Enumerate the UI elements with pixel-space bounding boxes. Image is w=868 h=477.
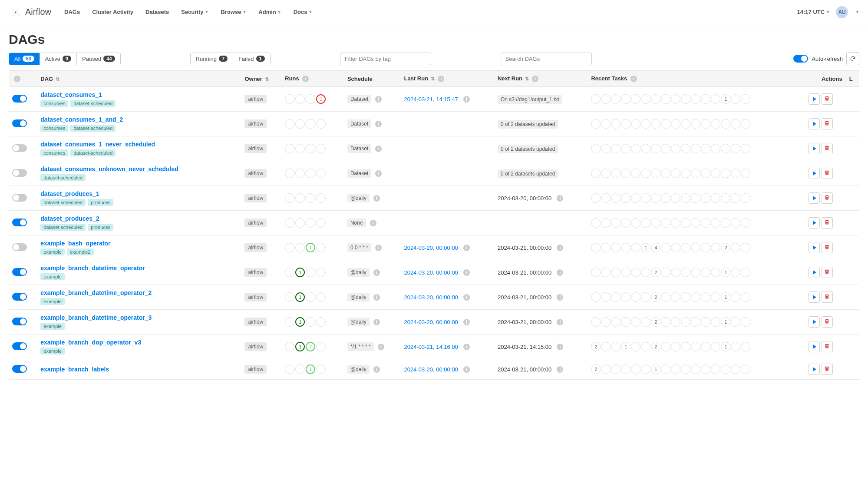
dag-toggle[interactable] (12, 342, 27, 350)
run-circle[interactable] (316, 144, 326, 153)
task-circle[interactable] (611, 193, 620, 203)
task-circle[interactable] (731, 193, 740, 203)
task-circle[interactable]: 2 (651, 342, 660, 351)
auto-refresh-toggle[interactable] (793, 55, 808, 63)
task-circle[interactable]: 4 (651, 243, 660, 252)
owner-badge[interactable]: airflow (244, 293, 267, 301)
task-circle[interactable] (681, 193, 690, 203)
run-circle[interactable] (295, 218, 305, 228)
dag-toggle[interactable] (12, 119, 27, 127)
tag[interactable]: example (40, 273, 65, 280)
task-circle[interactable] (691, 119, 700, 129)
delete-button[interactable] (822, 242, 833, 253)
run-circle[interactable] (295, 169, 305, 178)
task-circle[interactable] (641, 364, 650, 374)
trigger-button[interactable] (809, 341, 820, 352)
task-circle[interactable] (611, 243, 620, 252)
run-circle[interactable] (306, 218, 315, 228)
run-circle[interactable] (295, 119, 305, 129)
task-circle[interactable] (591, 144, 601, 153)
task-circle[interactable] (741, 268, 750, 277)
task-circle[interactable] (671, 364, 680, 374)
trigger-button[interactable] (809, 267, 820, 278)
dag-name-link[interactable]: example_branch_dop_operator_v3 (40, 339, 141, 346)
dag-name-link[interactable]: example_branch_datetime_operator (40, 265, 145, 272)
task-circle[interactable] (701, 169, 710, 178)
last-run-link[interactable]: 2024-03-20, 00:00:00 (404, 366, 458, 373)
task-circle[interactable] (601, 364, 611, 374)
delete-button[interactable] (822, 292, 833, 303)
task-circle[interactable] (711, 119, 720, 129)
task-circle[interactable] (601, 144, 611, 153)
task-circle[interactable] (591, 268, 601, 277)
task-circle[interactable] (681, 144, 690, 153)
owner-badge[interactable]: airflow (244, 365, 267, 374)
task-circle[interactable] (621, 144, 630, 153)
task-circle[interactable] (621, 243, 630, 252)
task-circle[interactable] (671, 292, 680, 302)
task-circle[interactable] (671, 342, 680, 351)
trigger-button[interactable] (809, 217, 820, 229)
task-circle[interactable] (611, 94, 620, 104)
delete-button[interactable] (822, 364, 833, 375)
owner-badge[interactable]: airflow (244, 95, 267, 103)
task-circle[interactable]: 1 (721, 292, 730, 302)
task-circle[interactable] (731, 243, 740, 252)
task-circle[interactable] (731, 169, 740, 178)
run-circle[interactable] (316, 292, 326, 302)
tag[interactable]: example (40, 298, 65, 305)
task-circle[interactable] (621, 317, 630, 327)
task-circle[interactable]: 2 (721, 243, 730, 252)
last-run-link[interactable]: 2024-03-20, 00:00:00 (404, 319, 458, 325)
task-circle[interactable] (651, 169, 660, 178)
task-circle[interactable] (661, 218, 670, 228)
task-circle[interactable] (741, 364, 750, 374)
run-circle[interactable]: 1 (295, 342, 305, 351)
task-circle[interactable] (621, 193, 630, 203)
owner-badge[interactable]: airflow (244, 268, 267, 277)
task-circle[interactable] (641, 94, 650, 104)
schedule-badge[interactable]: Dataset (347, 119, 371, 128)
run-circle[interactable]: 1 (295, 317, 305, 327)
run-circle[interactable] (285, 94, 294, 104)
run-circle[interactable] (306, 193, 315, 203)
schedule-badge[interactable]: @daily (347, 365, 370, 374)
task-circle[interactable] (611, 317, 620, 327)
last-run-link[interactable]: 2024-03-21, 14:15:47 (404, 96, 458, 103)
task-circle[interactable] (681, 292, 690, 302)
task-circle[interactable] (641, 169, 650, 178)
task-circle[interactable]: 2 (651, 317, 660, 327)
run-circle[interactable] (295, 243, 305, 252)
tag[interactable]: example2 (67, 248, 94, 255)
run-circle[interactable]: 1 (295, 268, 305, 277)
run-circle[interactable]: 1 (306, 243, 315, 252)
run-circle[interactable] (306, 144, 315, 153)
task-circle[interactable] (681, 268, 690, 277)
task-circle[interactable] (591, 292, 601, 302)
task-circle[interactable] (741, 119, 750, 129)
run-circle[interactable] (306, 169, 315, 178)
task-circle[interactable] (611, 268, 620, 277)
run-circle[interactable] (285, 144, 294, 153)
task-circle[interactable] (661, 364, 670, 374)
task-circle[interactable] (611, 144, 620, 153)
next-run-badge[interactable]: 0 of 2 datasets updated (498, 120, 558, 129)
task-circle[interactable] (631, 193, 640, 203)
schedule-badge[interactable]: @daily (347, 318, 370, 326)
task-circle[interactable] (701, 292, 710, 302)
task-circle[interactable]: 2 (591, 364, 601, 374)
task-circle[interactable] (681, 218, 690, 228)
task-circle[interactable] (621, 119, 630, 129)
task-circle[interactable] (601, 218, 611, 228)
task-circle[interactable] (741, 292, 750, 302)
nav-item-browse[interactable]: Browse▼ (221, 9, 246, 15)
filter-running[interactable]: Running 7 (191, 53, 234, 65)
dag-name-link[interactable]: example_bash_operator (40, 240, 110, 247)
dag-name-link[interactable]: dataset_produces_1 (40, 190, 99, 197)
task-circle[interactable] (631, 94, 640, 104)
run-circle[interactable] (285, 218, 294, 228)
task-circle[interactable] (631, 243, 640, 252)
dag-toggle[interactable] (12, 95, 27, 103)
task-circle[interactable] (621, 169, 630, 178)
task-circle[interactable] (741, 94, 750, 104)
